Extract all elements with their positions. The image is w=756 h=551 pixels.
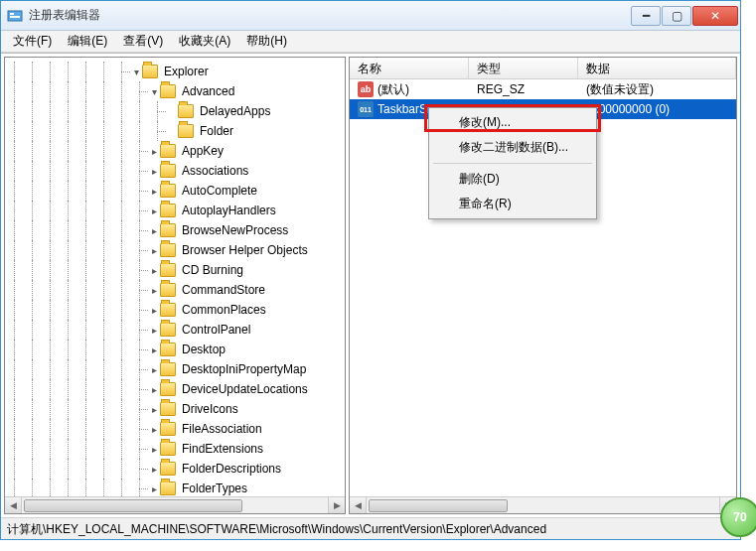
tree-item[interactable]: ▸Desktop — [5, 340, 345, 359]
badge: 70 — [720, 497, 756, 537]
close-button[interactable]: ✕ — [692, 6, 738, 26]
tree-toggle-icon[interactable]: ▸ — [148, 404, 160, 415]
badge-value: 70 — [733, 510, 746, 524]
cm-modify-binary[interactable]: 修改二进制数据(B)... — [431, 135, 594, 160]
tree-item[interactable]: ▸CommandStore — [5, 280, 345, 300]
tree-toggle-icon[interactable]: ▸ — [148, 146, 160, 157]
cm-delete[interactable]: 删除(D) — [431, 167, 594, 192]
cm-rename[interactable]: 重命名(R) — [431, 192, 594, 216]
tree-toggle-icon[interactable]: ▸ — [148, 424, 160, 435]
tree-item[interactable]: ▸DesktopIniPropertyMap — [5, 359, 345, 379]
list-hscroll[interactable]: ◀ ▶ — [350, 496, 736, 513]
tree-toggle-icon[interactable]: ▸ — [148, 464, 160, 475]
tree-pane[interactable]: ▾Explorer▾AdvancedDelayedAppsFolder▸AppK… — [4, 57, 346, 514]
tree-toggle-icon[interactable]: ▸ — [148, 166, 160, 177]
tree-toggle-icon[interactable]: ▸ — [148, 364, 160, 375]
tree-item[interactable]: ▾Explorer — [5, 62, 345, 81]
status-path: 计算机\HKEY_LOCAL_MACHINE\SOFTWARE\Microsof… — [7, 522, 546, 536]
tree-item-label: FindExtensions — [180, 442, 265, 456]
tree-item-label: DelayedApps — [198, 104, 272, 118]
folder-icon — [160, 164, 176, 178]
tree-toggle-icon[interactable]: ▸ — [148, 265, 160, 276]
tree-item[interactable]: ▸FolderTypes — [5, 479, 345, 498]
tree-item[interactable]: ▸AutoplayHandlers — [5, 201, 345, 220]
tree-item-label: DeviceUpdateLocations — [180, 382, 310, 396]
window-buttons: ━ ▢ ✕ — [630, 6, 738, 26]
tree-toggle-icon[interactable]: ▸ — [148, 444, 160, 455]
tree-toggle-icon[interactable]: ▸ — [148, 305, 160, 316]
cm-modify[interactable]: 修改(M)... — [431, 110, 594, 135]
tree-item[interactable]: ▸DeviceUpdateLocations — [5, 379, 345, 399]
tree-item-label: CommandStore — [180, 283, 267, 297]
tree-item-label: CD Burning — [180, 263, 245, 277]
folder-icon — [160, 382, 176, 396]
folder-icon — [142, 65, 158, 78]
tree-toggle-icon[interactable]: ▸ — [148, 225, 160, 236]
menu-file[interactable]: 文件(F) — [5, 31, 60, 52]
tree-item[interactable]: ▸ControlPanel — [5, 320, 345, 340]
tree-toggle-icon[interactable]: ▸ — [148, 483, 160, 494]
tree-toggle-icon[interactable]: ▸ — [148, 325, 160, 336]
col-data[interactable]: 数据 — [578, 58, 736, 78]
col-type[interactable]: 类型 — [469, 58, 578, 78]
minimize-button[interactable]: ━ — [631, 6, 661, 26]
scroll-thumb[interactable] — [24, 499, 242, 512]
scroll-thumb[interactable] — [369, 499, 508, 512]
folder-icon — [160, 144, 176, 158]
tree-item[interactable]: ▸CD Burning — [5, 260, 345, 280]
statusbar: 计算机\HKEY_LOCAL_MACHINE\SOFTWARE\Microsof… — [1, 517, 740, 539]
tree[interactable]: ▾Explorer▾AdvancedDelayedAppsFolder▸AppK… — [5, 58, 345, 502]
tree-item-label: ControlPanel — [180, 323, 252, 337]
cm-separator — [433, 163, 592, 164]
tree-toggle-icon[interactable]: ▾ — [148, 86, 160, 97]
tree-item[interactable]: ▸FindExtensions — [5, 439, 345, 459]
folder-icon — [160, 283, 176, 297]
tree-item[interactable]: ▸Associations — [5, 161, 345, 181]
tree-item[interactable]: ▸FileAssociation — [5, 419, 345, 439]
context-menu: 修改(M)... 修改二进制数据(B)... 删除(D) 重命名(R) — [428, 107, 597, 219]
value-string-icon — [358, 81, 374, 97]
tree-item[interactable]: ▸AutoComplete — [5, 181, 345, 201]
tree-item[interactable]: ▸Browser Helper Objects — [5, 240, 345, 260]
tree-item-label: Associations — [180, 164, 250, 178]
scroll-right-button[interactable]: ▶ — [328, 497, 345, 513]
value-data: 0x00000000 (0) — [586, 102, 670, 116]
tree-item[interactable]: ▸FolderDescriptions — [5, 459, 345, 479]
tree-item-label: Browser Helper Objects — [180, 243, 310, 257]
tree-toggle-icon[interactable]: ▸ — [148, 344, 160, 355]
tree-toggle-icon[interactable]: ▸ — [148, 245, 160, 256]
tree-item-label: FolderDescriptions — [180, 462, 283, 476]
list-header: 名称 类型 数据 — [350, 58, 736, 79]
menu-help[interactable]: 帮助(H) — [238, 31, 295, 52]
tree-toggle-icon[interactable]: ▸ — [148, 384, 160, 395]
tree-item-label: Explorer — [162, 65, 211, 78]
list-row[interactable]: (默认)REG_SZ(数值未设置) — [350, 79, 736, 99]
menu-edit[interactable]: 编辑(E) — [60, 31, 115, 52]
tree-toggle-icon[interactable]: ▸ — [148, 206, 160, 216]
value-name: (默认) — [378, 81, 409, 98]
titlebar[interactable]: 注册表编辑器 ━ ▢ ✕ — [1, 1, 740, 31]
scroll-track[interactable] — [367, 497, 719, 513]
scroll-track[interactable] — [22, 497, 328, 513]
folder-icon — [160, 223, 176, 237]
col-name[interactable]: 名称 — [350, 58, 469, 78]
tree-item[interactable]: Folder — [5, 121, 345, 141]
tree-item[interactable]: ▾Advanced — [5, 81, 345, 101]
maximize-button[interactable]: ▢ — [662, 6, 691, 26]
tree-toggle-icon[interactable]: ▾ — [130, 67, 142, 77]
tree-toggle-icon[interactable]: ▸ — [148, 285, 160, 296]
window-title: 注册表编辑器 — [29, 7, 630, 24]
tree-item[interactable]: ▸DriveIcons — [5, 399, 345, 419]
scroll-left-button[interactable]: ◀ — [5, 497, 22, 513]
folder-icon — [178, 104, 194, 118]
tree-toggle-icon[interactable]: ▸ — [148, 186, 160, 197]
tree-hscroll[interactable]: ◀ ▶ — [5, 496, 345, 513]
menu-favorites[interactable]: 收藏夹(A) — [171, 31, 238, 52]
tree-item[interactable]: ▸CommonPlaces — [5, 300, 345, 320]
tree-item[interactable]: ▸AppKey — [5, 141, 345, 161]
tree-item[interactable]: ▸BrowseNewProcess — [5, 220, 345, 240]
menu-view[interactable]: 查看(V) — [115, 31, 171, 52]
scroll-left-button[interactable]: ◀ — [350, 497, 367, 513]
tree-item[interactable]: DelayedApps — [5, 101, 345, 121]
tree-item-label: DriveIcons — [180, 402, 240, 416]
